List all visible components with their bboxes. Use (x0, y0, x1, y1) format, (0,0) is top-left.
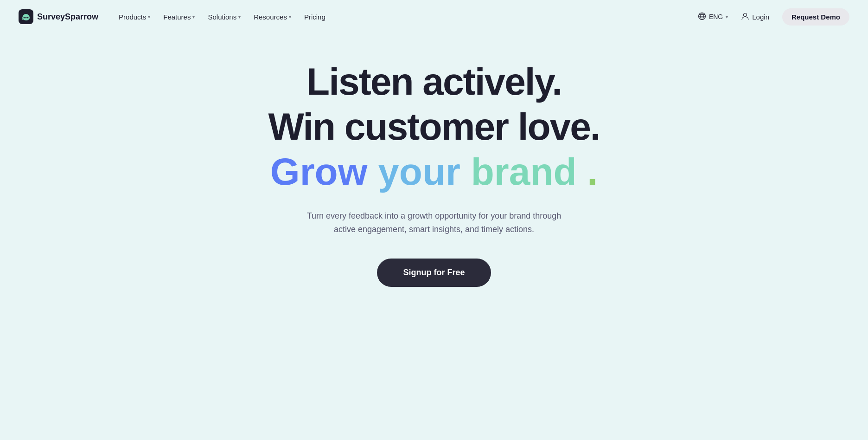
user-icon (741, 12, 749, 22)
chevron-down-icon: ▾ (192, 14, 195, 19)
gradient-brand: brand (471, 150, 577, 193)
navbar-right: ENG ▾ Login Request Demo (698, 8, 849, 26)
navbar: SurveySparrow Products ▾ Features ▾ Solu… (0, 0, 868, 33)
hero-title-line1: Listen actively. (306, 61, 562, 103)
chevron-down-icon: ▾ (289, 14, 291, 19)
svg-point-1 (24, 17, 25, 19)
chevron-down-icon: ▾ (726, 14, 728, 19)
svg-point-3 (27, 17, 29, 19)
signup-button[interactable]: Signup for Free (377, 259, 491, 287)
logo-text: SurveySparrow (37, 12, 98, 22)
logo-icon (19, 9, 33, 24)
nav-products[interactable]: Products ▾ (113, 9, 156, 25)
gradient-dot: . (587, 150, 598, 193)
navbar-left: SurveySparrow Products ▾ Features ▾ Solu… (19, 9, 331, 25)
nav-menu: Products ▾ Features ▾ Solutions ▾ Resour… (113, 9, 331, 25)
lang-label: ENG (709, 13, 723, 20)
hero-section: Listen actively. Win customer love. Grow… (0, 33, 868, 324)
chevron-down-icon: ▾ (238, 14, 241, 19)
svg-point-9 (744, 13, 747, 16)
login-label: Login (752, 13, 769, 21)
hero-subtitle: Turn every feedback into a growth opport… (304, 209, 564, 236)
logo[interactable]: SurveySparrow (19, 9, 98, 24)
hero-title-line2: Win customer love. (268, 106, 600, 148)
gradient-your: your (378, 150, 460, 193)
svg-point-2 (26, 17, 27, 19)
nav-solutions[interactable]: Solutions ▾ (202, 9, 246, 25)
language-selector[interactable]: ENG ▾ (698, 12, 728, 22)
nav-pricing[interactable]: Pricing (299, 9, 331, 25)
hero-gradient-title: Grow your brand . (270, 151, 598, 193)
nav-features[interactable]: Features ▾ (158, 9, 200, 25)
globe-icon (698, 12, 706, 22)
login-button[interactable]: Login (735, 8, 775, 26)
gradient-grow: Grow (270, 150, 368, 193)
request-demo-button[interactable]: Request Demo (782, 8, 849, 26)
chevron-down-icon: ▾ (148, 14, 150, 19)
nav-resources[interactable]: Resources ▾ (248, 9, 297, 25)
